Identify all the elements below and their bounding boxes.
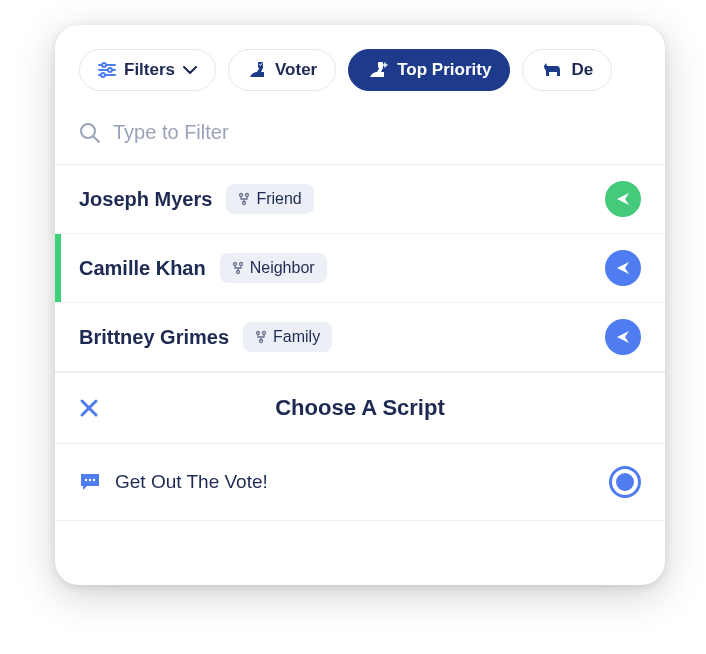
top-priority-label: Top Priority bbox=[397, 60, 491, 80]
search-input[interactable] bbox=[113, 121, 641, 144]
app-card: Filters Voter bbox=[55, 25, 665, 585]
svg-point-18 bbox=[260, 340, 263, 343]
contact-row[interactable]: Camille Khan Neighbor bbox=[55, 234, 665, 303]
top-priority-pill[interactable]: Top Priority bbox=[348, 49, 510, 91]
search-row bbox=[55, 107, 665, 165]
svg-point-4 bbox=[108, 68, 112, 72]
script-row[interactable]: Get Out The Vote! bbox=[55, 444, 665, 521]
svg-point-13 bbox=[233, 263, 236, 266]
svg-point-3 bbox=[102, 63, 106, 67]
filters-button[interactable]: Filters bbox=[79, 49, 216, 91]
svg-point-23 bbox=[93, 479, 95, 481]
contacts-list: Joseph Myers Friend Camille Khan bbox=[55, 165, 665, 372]
contact-name: Brittney Grimes bbox=[79, 326, 229, 349]
search-icon bbox=[79, 122, 101, 144]
relationship-tag: Neighbor bbox=[220, 253, 327, 283]
svg-point-17 bbox=[263, 332, 266, 335]
ballot-hand-plus-icon bbox=[367, 61, 389, 79]
sliders-icon bbox=[98, 62, 116, 78]
ballot-hand-icon bbox=[247, 61, 267, 79]
svg-rect-7 bbox=[378, 62, 383, 68]
contact-row[interactable]: Joseph Myers Friend bbox=[55, 165, 665, 234]
svg-point-12 bbox=[243, 202, 246, 205]
svg-point-21 bbox=[85, 479, 87, 481]
filters-label: Filters bbox=[124, 60, 175, 80]
svg-point-16 bbox=[257, 332, 260, 335]
tag-label: Friend bbox=[256, 190, 301, 208]
svg-point-10 bbox=[240, 194, 243, 197]
relationship-tag: Friend bbox=[226, 184, 313, 214]
democrat-label: De bbox=[571, 60, 593, 80]
svg-point-11 bbox=[246, 194, 249, 197]
chevron-down-icon bbox=[183, 66, 197, 74]
close-icon[interactable] bbox=[79, 398, 99, 418]
tag-label: Family bbox=[273, 328, 320, 346]
svg-line-9 bbox=[94, 136, 100, 142]
script-label: Get Out The Vote! bbox=[115, 471, 268, 493]
svg-point-5 bbox=[101, 73, 105, 77]
democrat-pill[interactable]: De bbox=[522, 49, 612, 91]
contact-row[interactable]: Brittney Grimes Family bbox=[55, 303, 665, 372]
send-button[interactable] bbox=[605, 319, 641, 355]
tag-label: Neighbor bbox=[250, 259, 315, 277]
contact-name: Joseph Myers bbox=[79, 188, 212, 211]
branch-icon bbox=[255, 330, 267, 344]
radio-selected-icon bbox=[616, 473, 634, 491]
donkey-icon bbox=[541, 61, 563, 79]
sheet-header: Choose A Script bbox=[55, 372, 665, 444]
script-radio[interactable] bbox=[609, 466, 641, 498]
send-button[interactable] bbox=[605, 181, 641, 217]
relationship-tag: Family bbox=[243, 322, 332, 352]
voter-label: Voter bbox=[275, 60, 317, 80]
contact-name: Camille Khan bbox=[79, 257, 206, 280]
branch-icon bbox=[238, 192, 250, 206]
svg-point-22 bbox=[89, 479, 91, 481]
voter-pill[interactable]: Voter bbox=[228, 49, 336, 91]
chat-icon bbox=[79, 472, 101, 492]
sheet-title: Choose A Script bbox=[79, 395, 641, 421]
svg-point-15 bbox=[236, 271, 239, 274]
send-button[interactable] bbox=[605, 250, 641, 286]
branch-icon bbox=[232, 261, 244, 275]
filters-row: Filters Voter bbox=[55, 25, 665, 107]
svg-point-14 bbox=[239, 263, 242, 266]
